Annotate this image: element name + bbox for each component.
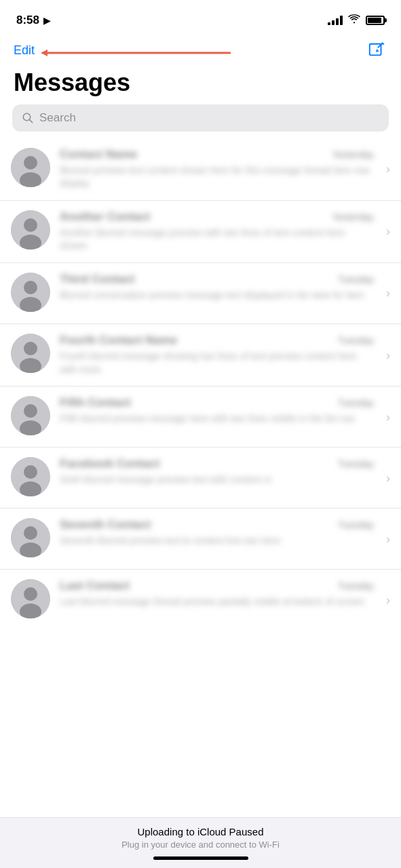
chevron-right-icon: ›	[386, 286, 390, 300]
list-item[interactable]: Seventh Contact Tuesday Seventh blurred …	[0, 509, 401, 570]
status-bar: 8:58 ▶	[0, 0, 401, 37]
sender-name: Fifth Contact	[60, 396, 131, 410]
svg-point-24	[24, 465, 37, 479]
message-preview: Sixth blurred message preview text with …	[60, 473, 374, 487]
edit-button[interactable]: Edit	[14, 43, 35, 58]
signal-bar-1	[328, 22, 330, 25]
battery-icon	[366, 16, 385, 25]
message-time: Tuesday	[338, 274, 374, 285]
list-item[interactable]: Facebook Contact Tuesday Sixth blurred m…	[0, 448, 401, 509]
svg-marker-4	[376, 49, 379, 52]
message-content: Last Contact Tuesday Last blurred messag…	[60, 579, 387, 609]
message-time: Tuesday	[338, 335, 374, 346]
wifi-icon	[348, 14, 360, 26]
svg-point-15	[24, 281, 37, 294]
message-preview: Fourth blurred message showing two lines…	[60, 350, 374, 376]
message-time: Yesterday	[332, 212, 374, 222]
nav-bar: Edit	[0, 37, 401, 66]
bottom-status-bar: Uploading to iCloud Paused Plug in your …	[0, 817, 401, 868]
sender-name: Fourth Contact Name	[60, 334, 177, 347]
message-preview: Another blurred message preview with two…	[60, 226, 374, 253]
search-container: Search	[0, 104, 401, 138]
chevron-right-icon: ›	[386, 593, 390, 608]
chevron-right-icon: ›	[386, 471, 390, 485]
chevron-right-icon: ›	[386, 348, 390, 362]
chevron-right-icon: ›	[386, 224, 390, 239]
message-time: Tuesday	[338, 458, 374, 469]
list-item[interactable]: Fifth Contact Tuesday Fifth blurred prev…	[0, 387, 401, 448]
signal-bar-2	[332, 20, 335, 25]
search-bar[interactable]: Search	[12, 104, 389, 132]
avatar	[11, 579, 50, 618]
sender-name: Third Contact	[60, 273, 135, 286]
list-item[interactable]: Contact Name Yesterday Blurred preview t…	[0, 138, 401, 201]
message-content: Facebook Contact Tuesday Sixth blurred m…	[60, 457, 387, 487]
page-title: Messages	[0, 66, 401, 104]
status-icons	[328, 14, 385, 26]
svg-marker-1	[41, 50, 47, 56]
avatar	[11, 518, 50, 557]
sender-name: Contact Name	[60, 148, 137, 161]
message-content: Contact Name Yesterday Blurred preview t…	[60, 148, 387, 191]
message-preview: Last blurred message thread preview part…	[60, 595, 374, 609]
list-item[interactable]: Fourth Contact Name Tuesday Fourth blurr…	[0, 324, 401, 387]
message-time: Tuesday	[338, 519, 374, 530]
compose-button[interactable]	[366, 39, 387, 61]
svg-line-7	[30, 119, 33, 122]
avatar	[11, 334, 50, 373]
avatar	[11, 148, 50, 187]
svg-point-30	[24, 587, 37, 601]
message-time: Tuesday	[338, 397, 374, 408]
message-preview: Blurred conversation preview message tex…	[60, 289, 374, 302]
sender-name: Another Contact	[60, 210, 150, 224]
message-content: Another Contact Yesterday Another blurre…	[60, 210, 387, 253]
search-placeholder: Search	[39, 111, 76, 125]
icloud-status-title: Uploading to iCloud Paused	[14, 826, 387, 837]
icloud-status-subtitle: Plug in your device and connect to Wi-Fi	[14, 840, 387, 850]
signal-bar-4	[340, 16, 343, 25]
messages-list: Contact Name Yesterday Blurred preview t…	[0, 138, 401, 631]
svg-point-27	[24, 526, 37, 540]
sender-name: Last Contact	[60, 579, 130, 593]
message-time: Yesterday	[332, 149, 374, 160]
chevron-right-icon: ›	[386, 532, 390, 546]
message-content: Fifth Contact Tuesday Fifth blurred prev…	[60, 396, 387, 426]
avatar	[11, 210, 50, 250]
svg-point-21	[24, 404, 37, 418]
location-icon: ▶	[43, 16, 50, 26]
svg-point-9	[24, 156, 37, 170]
list-item[interactable]: Last Contact Tuesday Last blurred messag…	[0, 570, 401, 631]
message-content: Seventh Contact Tuesday Seventh blurred …	[60, 518, 387, 548]
message-content: Third Contact Tuesday Blurred conversati…	[60, 273, 387, 302]
chevron-right-icon: ›	[386, 410, 390, 424]
message-content: Fourth Contact Name Tuesday Fourth blurr…	[60, 334, 387, 376]
message-preview: Seventh blurred preview text le content …	[60, 534, 374, 548]
status-time: 8:58 ▶	[16, 14, 50, 27]
annotation-arrow	[41, 46, 244, 60]
message-preview: Fifth blurred preview message here with …	[60, 412, 374, 426]
list-item[interactable]: Third Contact Tuesday Blurred conversati…	[0, 263, 401, 324]
chevron-right-icon: ›	[386, 162, 390, 176]
avatar	[11, 457, 50, 496]
signal-bars-icon	[328, 16, 343, 25]
message-preview: Blurred preview text content shown here …	[60, 164, 374, 191]
signal-bar-3	[336, 18, 339, 25]
svg-point-12	[24, 218, 37, 232]
avatar	[11, 396, 50, 435]
list-item[interactable]: Another Contact Yesterday Another blurre…	[0, 201, 401, 263]
search-icon	[22, 112, 34, 124]
avatar	[11, 273, 50, 312]
svg-point-18	[24, 342, 37, 355]
sender-name: Facebook Contact	[60, 457, 159, 471]
sender-name: Seventh Contact	[60, 518, 151, 532]
home-indicator	[153, 856, 248, 860]
time-display: 8:58	[16, 14, 39, 27]
message-time: Tuesday	[338, 580, 374, 591]
